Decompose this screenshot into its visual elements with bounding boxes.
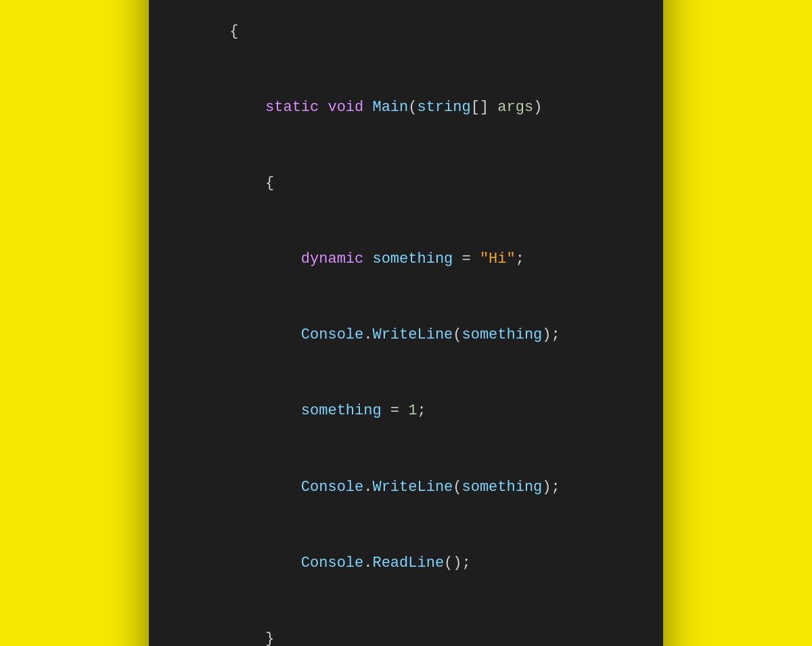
code-line-3: static void Main(string[] args) (176, 69, 636, 145)
code-line-4: { (176, 146, 636, 221)
code-line-6: Console.WriteLine(something); (176, 297, 636, 373)
code-line-9: Console.ReadLine(); (176, 525, 636, 601)
code-line-5: dynamic something = "Hi"; (176, 221, 636, 297)
code-line-8: Console.WriteLine(something); (176, 449, 636, 525)
code-line-2: { (176, 0, 636, 69)
code-editor: class Program { static void Main(string[… (149, 0, 663, 646)
code-line-7: something = 1; (176, 373, 636, 449)
code-line-10: } (176, 601, 636, 646)
code-window: DynamicType class Program { static void … (149, 0, 663, 646)
